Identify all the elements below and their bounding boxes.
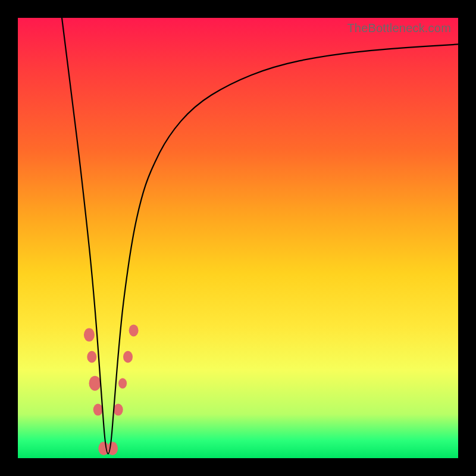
marker-right-cluster (123, 351, 133, 363)
chart-container: TheBottleneck.com (0, 0, 476, 476)
marker-right-cluster (118, 378, 127, 389)
marker-left-cluster (93, 404, 103, 416)
series-curve (62, 18, 458, 454)
plot-area: TheBottleneck.com (18, 18, 458, 458)
chart-svg (18, 18, 458, 458)
marker-right-cluster (114, 404, 123, 416)
marker-left-cluster (87, 351, 96, 363)
marker-left-cluster (84, 328, 95, 342)
marker-right-cluster (129, 324, 139, 336)
line-layer (62, 18, 458, 454)
marker-left-cluster (89, 376, 101, 391)
